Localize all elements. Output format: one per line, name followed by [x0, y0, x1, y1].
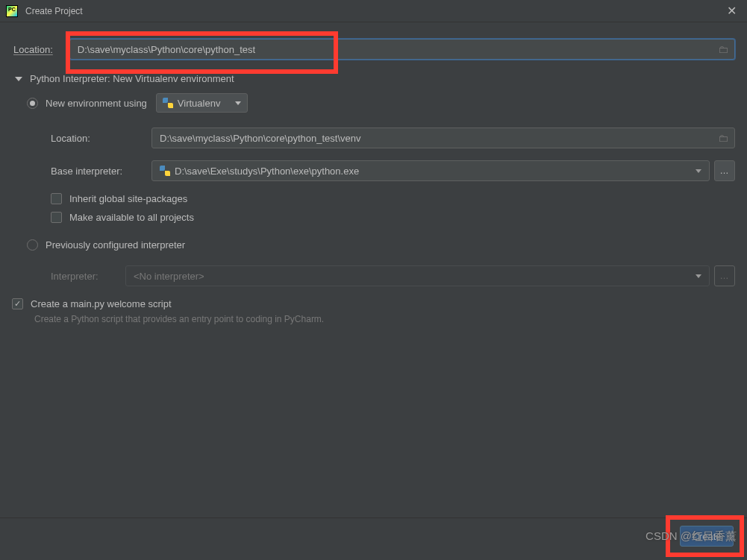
inherit-label: Inherit global site-packages [69, 193, 187, 204]
interpreter-label: Interpreter: [51, 271, 125, 282]
welcome-script-label: Create a main.py welcome script [31, 298, 172, 309]
checkbox-available[interactable] [51, 212, 62, 223]
base-interpreter-value: D:\save\Exe\studys\Python\exe\python.exe [175, 166, 359, 177]
interpreter-section-header[interactable]: Python Interpreter: New Virtualenv envir… [15, 73, 735, 84]
browse-button-disabled: … [714, 265, 735, 286]
browse-button[interactable]: … [714, 160, 735, 181]
prev-env-label: Previously configured interpreter [46, 239, 185, 251]
venv-location-value: D:\save\myclass\Python\core\python_test\… [160, 133, 361, 144]
radio-prev-env[interactable] [27, 239, 38, 251]
folder-icon[interactable]: 🗀 [718, 132, 728, 144]
virtualenv-combo-value: Virtualenv [178, 98, 221, 109]
welcome-helper-text: Create a Python script that provides an … [34, 314, 735, 324]
chevron-down-icon [696, 169, 701, 173]
chevron-down-icon [235, 101, 241, 105]
close-icon[interactable]: ✕ [722, 4, 741, 18]
location-label: Location: [13, 44, 53, 55]
new-env-label: New environment using [46, 98, 147, 109]
venv-location-input[interactable]: D:\save\myclass\Python\core\python_test\… [151, 128, 735, 148]
titlebar: Create Project ✕ [0, 0, 747, 22]
base-interpreter-combo[interactable]: D:\save\Exe\studys\Python\exe\python.exe [151, 160, 710, 181]
window-title: Create Project [25, 6, 722, 16]
interpreter-value: <No interpreter> [134, 271, 204, 282]
python-icon [160, 166, 170, 176]
interpreter-section-title: Python Interpreter: New Virtualenv envir… [30, 73, 234, 84]
base-interpreter-label: Base interpreter: [51, 166, 151, 177]
checkbox-inherit[interactable] [51, 193, 62, 204]
radio-new-env[interactable] [27, 98, 38, 109]
location-input[interactable]: D:\save\myclass\Python\core\python_test … [69, 39, 735, 60]
watermark-text: CSDN @红目香薰 [646, 529, 737, 544]
divider [0, 517, 747, 518]
chevron-down-icon [696, 274, 701, 278]
pycharm-icon [6, 5, 18, 17]
chevron-down-icon [15, 77, 22, 81]
interpreter-combo: <No interpreter> [125, 265, 710, 286]
virtualenv-combo[interactable]: Virtualenv [156, 93, 249, 113]
available-label: Make available to all projects [69, 212, 194, 223]
venv-location-label: Location: [51, 133, 151, 144]
location-value: D:\save\myclass\Python\core\python_test [78, 44, 255, 55]
checkbox-welcome-script[interactable] [12, 298, 23, 309]
folder-icon[interactable]: 🗀 [718, 43, 728, 55]
python-icon [163, 98, 173, 108]
